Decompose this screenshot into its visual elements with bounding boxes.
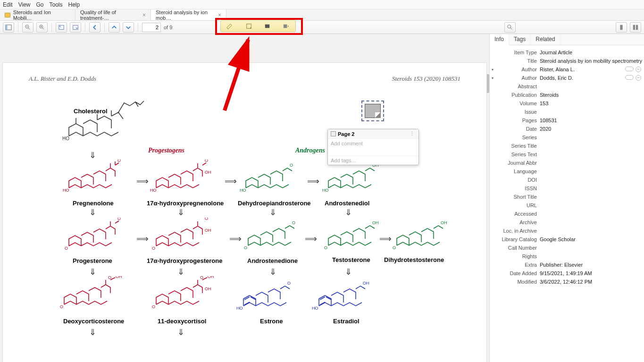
svg-line-6: [42, 27, 44, 29]
arrow-down-icon: ⇓: [177, 207, 184, 218]
pdf-toolbar: of 9: [0, 21, 644, 34]
annotation-comment-input[interactable]: Add comment: [328, 139, 418, 156]
close-icon[interactable]: ×: [218, 12, 221, 18]
svg-text:O: O: [60, 304, 63, 309]
field-extra[interactable]: Publisher: Elsevier: [540, 262, 642, 268]
molecule-11-deoxycortisol: OOOHOH: [149, 276, 225, 314]
zoom-auto-button[interactable]: [70, 22, 81, 33]
molecule-testosterone: OOH: [321, 219, 383, 255]
svg-text:OH: OH: [363, 281, 369, 286]
field-author-1[interactable]: Rister, Alana L.: [540, 67, 625, 72]
callout-arrow: [215, 35, 258, 115]
menu-view[interactable]: View: [18, 1, 31, 8]
menu-bar: Edit View Go Tools Help: [0, 0, 644, 9]
page-header-left: A.L. Rister and E.D. Dodds: [29, 75, 96, 83]
svg-text:O: O: [200, 276, 203, 280]
label-androstenediol: Androstenediol: [325, 200, 369, 207]
author-swap-button[interactable]: [625, 75, 634, 80]
page-down-button[interactable]: [123, 22, 134, 33]
field-author-2[interactable]: Dodds, Eric D.: [540, 75, 625, 81]
label-estradiol: Estradiol: [333, 318, 360, 325]
info-tab-info[interactable]: Info: [490, 34, 509, 45]
arrow-down-icon: ⇓: [177, 327, 184, 337]
author-remove-button[interactable]: −: [636, 75, 641, 81]
info-fields: Item TypeJournal Article TitleSteroid an…: [490, 45, 644, 289]
group-progestogens: Progestogens: [148, 147, 184, 154]
sticky-note-annotation[interactable]: [361, 101, 384, 121]
tab-library[interactable]: Steroids and Ion Mobili…: [0, 9, 75, 20]
arrow-right-icon: ⟹: [229, 234, 242, 244]
svg-rect-13: [620, 25, 622, 30]
menu-go[interactable]: Go: [36, 1, 43, 8]
molecule-cholesterol: HO: [59, 96, 149, 148]
nav-back-button[interactable]: [89, 22, 100, 33]
zoom-out-button[interactable]: [22, 22, 33, 33]
info-tab-related[interactable]: Related: [531, 34, 560, 45]
svg-rect-10: [73, 25, 78, 29]
svg-text:OH: OH: [205, 228, 211, 233]
layout-double-button[interactable]: [630, 22, 641, 33]
folder-icon: [5, 13, 10, 17]
annotation-tags-input[interactable]: Add tags…: [328, 156, 418, 165]
svg-rect-15: [636, 25, 638, 30]
menu-edit[interactable]: Edit: [3, 1, 13, 8]
tab-document-2[interactable]: Steroid analysis by ion mob… ×: [151, 9, 226, 20]
author-swap-button[interactable]: [625, 67, 634, 71]
menu-help[interactable]: Help: [68, 1, 80, 8]
info-tab-tags[interactable]: Tags: [509, 34, 531, 45]
tab-document-1[interactable]: Quality of life of treatment-… ×: [75, 9, 151, 20]
find-button[interactable]: [504, 22, 516, 33]
label-doc: Deoxycorticosterone: [63, 318, 124, 325]
sidebar-toggle-button[interactable]: [3, 22, 14, 33]
svg-text:O: O: [324, 245, 327, 250]
close-icon[interactable]: ×: [142, 12, 146, 18]
svg-text:OH: OH: [205, 170, 211, 175]
svg-text:HO: HO: [150, 188, 157, 193]
label-progesterone: Progesterone: [73, 257, 112, 264]
layout-single-button[interactable]: [616, 22, 627, 33]
note-tool-button[interactable]: [243, 21, 254, 31]
svg-rect-9: [59, 25, 64, 29]
field-pages[interactable]: 108531: [540, 118, 642, 123]
info-panel: Info Tags Related Item TypeJournal Artic…: [490, 34, 644, 362]
svg-text:O: O: [108, 276, 111, 280]
more-icon[interactable]: ⋮: [410, 131, 416, 137]
svg-text:OH: OH: [441, 220, 447, 225]
zoom-in-button[interactable]: [36, 22, 48, 33]
arrow-down-icon: ⇓: [345, 267, 352, 277]
field-volume[interactable]: 153: [540, 101, 642, 106]
arrow-right-icon: ⟹: [225, 176, 237, 186]
molecule-17a-oh-progesterone: OOOH: [149, 218, 220, 255]
arrow-down-icon: ⇓: [269, 207, 276, 218]
annotation-page-label: Page 2: [338, 131, 354, 137]
arrow-down-icon: ⇓: [269, 267, 276, 277]
author-remove-button[interactable]: −: [636, 67, 641, 72]
molecule-pregnenolone: HOO: [62, 160, 128, 197]
area-tool-button[interactable]: [262, 21, 273, 31]
arrow-down-icon: ⇓: [89, 327, 96, 337]
field-title[interactable]: Steroid analysis by ion mobility spectro…: [540, 58, 642, 64]
tab-bar: Steroids and Ion Mobili… Quality of life…: [0, 9, 644, 21]
label-estrone: Estrone: [260, 318, 283, 325]
color-picker-button[interactable]: [280, 21, 292, 31]
molecule-progesterone: OO: [62, 218, 128, 255]
page-header-right: Steroids 153 (2020) 108531: [392, 75, 460, 83]
page-up-button[interactable]: [109, 22, 120, 33]
field-publication[interactable]: Steroids: [540, 92, 642, 98]
page-number-input[interactable]: [142, 23, 161, 32]
svg-text:HO: HO: [322, 188, 329, 193]
field-item-type[interactable]: Journal Article: [540, 50, 642, 55]
field-date[interactable]: 2020: [540, 126, 642, 132]
sticky-note-icon: [365, 104, 381, 118]
menu-tools[interactable]: Tools: [50, 1, 63, 8]
zoom-fit-button[interactable]: [56, 22, 67, 33]
highlight-tool-button[interactable]: [225, 21, 236, 31]
field-date-added: 9/15/2021, 1:49:19 AM: [540, 270, 642, 276]
field-library-catalog[interactable]: Google Scholar: [540, 236, 642, 242]
svg-text:O: O: [65, 246, 68, 251]
label-pregnenolone: Pregnenolone: [73, 200, 114, 207]
tab-label: Steroid analysis by ion mob…: [156, 9, 213, 21]
svg-text:O: O: [290, 163, 293, 168]
molecule-dhea: HOO: [239, 162, 300, 197]
svg-text:O: O: [287, 281, 291, 286]
